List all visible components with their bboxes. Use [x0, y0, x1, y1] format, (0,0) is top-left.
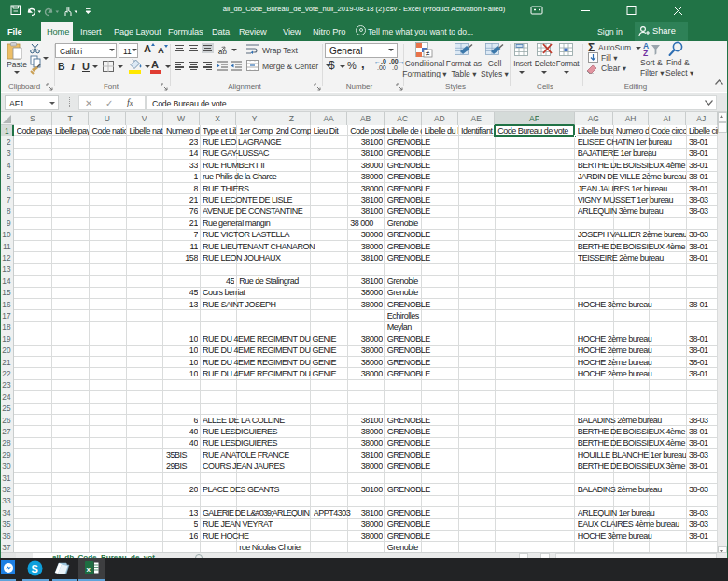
svg-text:ab: ab: [218, 48, 227, 55]
svg-text:Z: Z: [643, 49, 648, 56]
svg-text:S: S: [32, 562, 38, 574]
svg-text:x: x: [87, 565, 91, 574]
svg-text:≠: ≠: [426, 50, 430, 58]
